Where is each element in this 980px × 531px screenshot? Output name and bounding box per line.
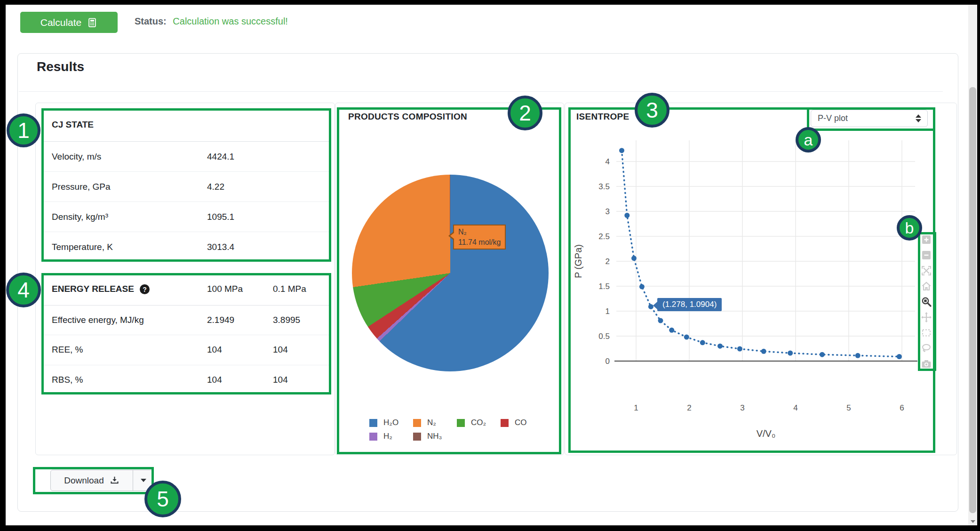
- pie-tooltip-species: N₂: [458, 227, 501, 237]
- pie-tooltip: N₂ 11.74 mol/kg: [453, 225, 506, 249]
- row-value-01mpa: 104: [273, 345, 288, 355]
- row-label: Temperature, K: [41, 242, 113, 252]
- table-row: RBS, %104104: [41, 365, 331, 394]
- camera-download-icon[interactable]: [920, 358, 932, 370]
- download-label: Download: [64, 475, 104, 486]
- row-label: Effective energy, MJ/kg: [41, 315, 144, 325]
- status-bar: Status: Calculation was successful!: [135, 16, 288, 27]
- autoscale-icon[interactable]: [920, 265, 932, 276]
- annotation-circle-2: 2: [508, 96, 542, 130]
- row-value-100mpa: 2.1949: [207, 315, 234, 325]
- svg-text:2: 2: [687, 403, 691, 412]
- row-value-01mpa: 104: [273, 375, 288, 385]
- legend-swatch: [413, 433, 421, 441]
- row-label: Density, kg/m³: [41, 212, 108, 222]
- cj-state-table: CJ STATEVelocity, m/s4424.1Pressure, GPa…: [41, 108, 331, 262]
- scrollbar-down-button[interactable]: [968, 517, 977, 526]
- table-row: Density, kg/m³1095.1: [41, 202, 331, 232]
- energy-release-title: ENERGY RELEASE?: [41, 284, 150, 295]
- svg-text:V/V₀: V/V₀: [757, 428, 776, 439]
- reset-home-icon[interactable]: [920, 281, 932, 292]
- svg-text:1.5: 1.5: [598, 282, 610, 291]
- table-row: Temperature, K3013.4: [41, 232, 331, 262]
- pie-legend: H₂ON₂CO₂COH₂NH₃: [369, 418, 548, 441]
- legend-label: H₂: [383, 432, 392, 441]
- plot-tooltip-text: (1.278, 1.0904): [662, 300, 717, 309]
- zoom-icon[interactable]: [920, 296, 932, 307]
- pan-icon[interactable]: [920, 312, 932, 323]
- legend-swatch: [369, 419, 377, 427]
- annotation-circle-label: 2: [519, 100, 531, 126]
- products-title: PRODUCTS COMPOSITION: [348, 112, 467, 122]
- svg-text:0.5: 0.5: [598, 332, 610, 341]
- table-row: Effective energy, MJ/kg2.19493.8995: [41, 306, 331, 335]
- legend-item[interactable]: NH₃: [413, 432, 457, 441]
- svg-text:4: 4: [793, 403, 797, 412]
- plot-type-value: P-V plot: [818, 113, 848, 123]
- annotation-circle-label: 3: [646, 97, 658, 123]
- svg-text:3.5: 3.5: [598, 182, 610, 191]
- calculate-button[interactable]: Calculate: [20, 12, 118, 33]
- select-updown-icon: [916, 114, 921, 122]
- legend-label: NH₃: [427, 432, 442, 441]
- annotation-circle-3: 3: [635, 93, 669, 128]
- download-button[interactable]: Download: [51, 470, 133, 491]
- download-split-button[interactable]: Download: [50, 470, 154, 491]
- annotation-circle-label: b: [905, 219, 914, 237]
- energy-release-header: ENERGY RELEASE?100 MPa0.1 MPa: [41, 273, 331, 306]
- row-value-100mpa: 104: [207, 345, 222, 355]
- help-icon[interactable]: ?: [140, 284, 150, 294]
- pie-tooltip-value: 11.74 mol/kg: [458, 237, 501, 248]
- annotation-circle-5: 5: [144, 481, 181, 517]
- annotation-circle-1: 1: [7, 113, 40, 147]
- row-label: Velocity, m/s: [41, 152, 101, 162]
- lasso-select-icon[interactable]: [920, 343, 932, 354]
- table-row: Pressure, GPa4.22: [41, 172, 331, 202]
- table-row: Velocity, m/s4424.1: [41, 142, 331, 172]
- annotation-circle-label: 1: [17, 118, 30, 143]
- svg-text:1: 1: [606, 307, 610, 316]
- legend-item[interactable]: CO: [501, 418, 544, 427]
- zoom-out-icon[interactable]: [920, 249, 932, 261]
- legend-label: CO: [515, 418, 527, 427]
- row-value-100mpa: 104: [207, 375, 222, 385]
- legend-swatch: [457, 419, 465, 427]
- isentrope-plot[interactable]: 00.511.522.533.54123456P (GPa)V/V₀: [568, 132, 926, 452]
- zoom-in-icon[interactable]: [920, 234, 932, 245]
- row-value: 1095.1: [207, 212, 234, 222]
- legend-item[interactable]: CO₂: [457, 418, 501, 427]
- svg-text:1: 1: [634, 403, 638, 412]
- row-value: 3013.4: [207, 242, 234, 252]
- svg-text:3: 3: [740, 403, 744, 412]
- row-value-01mpa: 3.8995: [273, 315, 300, 325]
- calculate-label: Calculate: [40, 17, 82, 28]
- annotation-circle-4: 4: [6, 273, 41, 307]
- products-pie-chart[interactable]: [352, 175, 549, 371]
- svg-text:0: 0: [606, 357, 610, 366]
- row-value: 4424.1: [207, 152, 234, 162]
- legend-item[interactable]: H₂O: [369, 418, 413, 427]
- table-row: REE, %104104: [41, 335, 331, 365]
- status-message: Calculation was successful!: [173, 16, 288, 26]
- plot-type-select[interactable]: P-V plot: [811, 110, 928, 127]
- calculator-icon: [87, 17, 97, 28]
- svg-text:6: 6: [900, 403, 904, 412]
- legend-item[interactable]: N₂: [413, 418, 457, 427]
- legend-label: CO₂: [471, 418, 486, 427]
- plot-tooltip-arrow: [653, 302, 657, 309]
- annotation-circle-label: a: [804, 131, 813, 149]
- box-select-icon[interactable]: [920, 327, 932, 338]
- scrollbar-thumb[interactable]: [969, 87, 976, 513]
- column-header-01mpa: 0.1 MPa: [273, 284, 306, 294]
- download-icon: [110, 475, 120, 485]
- isentrope-title: ISENTROPE: [576, 112, 629, 122]
- legend-item[interactable]: H₂: [369, 432, 413, 441]
- annotation-circle-a: a: [796, 127, 821, 153]
- svg-text:P (GPa): P (GPa): [573, 244, 583, 278]
- svg-text:5: 5: [846, 403, 851, 412]
- svg-text:3: 3: [606, 207, 610, 216]
- plot-modebar: [920, 234, 932, 370]
- annotation-circle-label: 4: [17, 277, 30, 303]
- legend-label: H₂O: [383, 418, 398, 427]
- column-header-100mpa: 100 MPa: [207, 284, 243, 294]
